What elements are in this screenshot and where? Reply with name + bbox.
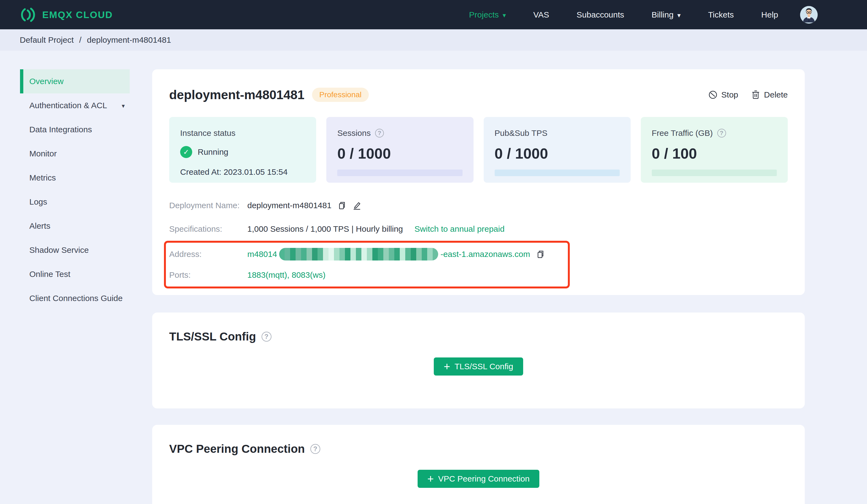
pubsub-tps-card: Pub&Sub TPS 0 / 1000 xyxy=(484,117,631,183)
sidebar-item-online-test[interactable]: Online Test xyxy=(20,262,130,286)
address-row: Address: m48014 -east-1.amazonaws.com xyxy=(169,244,568,265)
deployment-name-label: Deployment Name: xyxy=(169,201,247,210)
copy-icon[interactable] xyxy=(337,201,346,210)
copy-icon[interactable] xyxy=(535,250,545,259)
tls-ssl-title: TLS/SSL Config xyxy=(169,330,256,343)
ports-value: 1883(mqtt), 8083(ws) xyxy=(247,270,325,280)
traffic-progress-bar xyxy=(652,169,777,176)
sessions-value: 0 / 1000 xyxy=(337,145,462,162)
specifications-row: Specifications: 1,000 Sessions / 1,000 T… xyxy=(169,217,788,241)
sidebar-item-shadow-service[interactable]: Shadow Service xyxy=(20,238,130,262)
address-prefix: m48014 xyxy=(247,250,277,259)
sidebar-item-data-integrations[interactable]: Data Integrations xyxy=(20,118,130,142)
edit-icon[interactable] xyxy=(352,201,361,210)
deployment-overview-card: deployment-m4801481 Professional Stop xyxy=(152,69,805,295)
switch-annual-prepaid-link[interactable]: Switch to annual prepaid xyxy=(415,224,505,234)
user-avatar[interactable] xyxy=(800,6,818,24)
nav-item-billing[interactable]: Billing ▾ xyxy=(652,10,681,20)
breadcrumb-project[interactable]: Default Project xyxy=(20,35,74,45)
sessions-progress-bar xyxy=(337,169,462,176)
address-label: Address: xyxy=(169,250,247,259)
add-tls-ssl-config-button[interactable]: + TLS/SSL Config xyxy=(434,358,523,375)
nav-item-subaccounts[interactable]: Subaccounts xyxy=(577,10,624,20)
sessions-card: Sessions ? 0 / 1000 xyxy=(326,117,473,183)
ports-row: Ports: 1883(mqtt), 8083(ws) xyxy=(169,265,568,285)
address-highlight-annotation: Address: m48014 -east-1.amazonaws.com xyxy=(164,241,570,288)
add-vpc-peering-button[interactable]: + VPC Peering Connection xyxy=(418,470,539,488)
ports-label: Ports: xyxy=(169,270,247,280)
help-icon[interactable]: ? xyxy=(310,444,320,454)
caret-down-icon: ▾ xyxy=(122,103,125,109)
specifications-value: 1,000 Sessions / 1,000 TPS | Hourly bill… xyxy=(247,224,403,234)
breadcrumb-page: deployment-m4801481 xyxy=(87,35,171,45)
vpc-peering-title: VPC Peering Connection xyxy=(169,442,305,456)
nav-item-vas[interactable]: VAS xyxy=(533,10,549,20)
instance-status-value: Running xyxy=(198,147,228,157)
free-traffic-card: Free Traffic (GB) ? 0 / 100 xyxy=(641,117,788,183)
brand-name: EMQX CLOUD xyxy=(42,9,113,20)
sidebar-item-overview[interactable]: Overview xyxy=(20,69,130,94)
nav-item-projects[interactable]: Projects ▾ xyxy=(469,10,506,20)
avatar-person-icon xyxy=(800,6,818,24)
sidebar-item-metrics[interactable]: Metrics xyxy=(20,166,130,190)
nav-item-tickets[interactable]: Tickets xyxy=(708,10,734,20)
deployment-title: deployment-m4801481 xyxy=(169,87,304,102)
tps-progress-bar xyxy=(495,169,620,176)
running-check-icon: ✓ xyxy=(180,146,192,158)
plus-icon: + xyxy=(427,474,434,483)
emqx-logo-icon xyxy=(19,7,36,23)
nav-item-help[interactable]: Help xyxy=(761,10,778,20)
sidebar-item-authentication-acl[interactable]: Authentication & ACL ▾ xyxy=(20,94,130,118)
address-redaction xyxy=(279,248,438,261)
trash-icon xyxy=(751,90,760,99)
sidebar-item-client-connections-guide[interactable]: Client Connections Guide xyxy=(20,286,130,310)
help-icon[interactable]: ? xyxy=(375,129,384,138)
deployment-name-row: Deployment Name: deployment-m4801481 xyxy=(169,194,788,217)
sidebar-item-logs[interactable]: Logs xyxy=(20,190,130,214)
delete-button[interactable]: Delete xyxy=(751,90,788,99)
address-suffix: -east-1.amazonaws.com xyxy=(440,250,530,259)
traffic-value: 0 / 100 xyxy=(652,145,777,162)
stop-button[interactable]: Stop xyxy=(708,90,738,99)
sidebar-item-alerts[interactable]: Alerts xyxy=(20,214,130,238)
nav-items: Projects ▾ VAS Subaccounts Billing ▾ Tic… xyxy=(469,10,778,20)
brand[interactable]: EMQX CLOUD xyxy=(19,7,113,23)
created-at: Created At: 2023.01.05 15:54 xyxy=(180,167,305,177)
caret-down-icon: ▾ xyxy=(677,12,681,19)
tls-ssl-section: TLS/SSL Config ? + TLS/SSL Config xyxy=(152,313,805,408)
instance-status-card: Instance status ✓ Running Created At: 20… xyxy=(169,117,316,183)
help-icon[interactable]: ? xyxy=(717,129,726,138)
tps-value: 0 / 1000 xyxy=(495,145,620,162)
breadcrumb: Default Project / deployment-m4801481 xyxy=(0,29,867,51)
top-navbar: EMQX CLOUD Projects ▾ VAS Subaccounts Bi… xyxy=(0,0,867,29)
stop-icon xyxy=(708,90,718,99)
deployment-name-value: deployment-m4801481 xyxy=(247,201,332,210)
breadcrumb-separator: / xyxy=(79,35,82,45)
plan-badge: Professional xyxy=(312,88,368,102)
plus-icon: + xyxy=(443,362,450,371)
vpc-peering-section: VPC Peering Connection ? + VPC Peering C… xyxy=(152,425,805,504)
specifications-label: Specifications: xyxy=(169,224,247,234)
help-icon[interactable]: ? xyxy=(261,332,271,342)
caret-down-icon: ▾ xyxy=(503,12,506,19)
sidebar-item-monitor[interactable]: Monitor xyxy=(20,142,130,166)
sidebar: Overview Authentication & ACL ▾ Data Int… xyxy=(0,51,152,504)
